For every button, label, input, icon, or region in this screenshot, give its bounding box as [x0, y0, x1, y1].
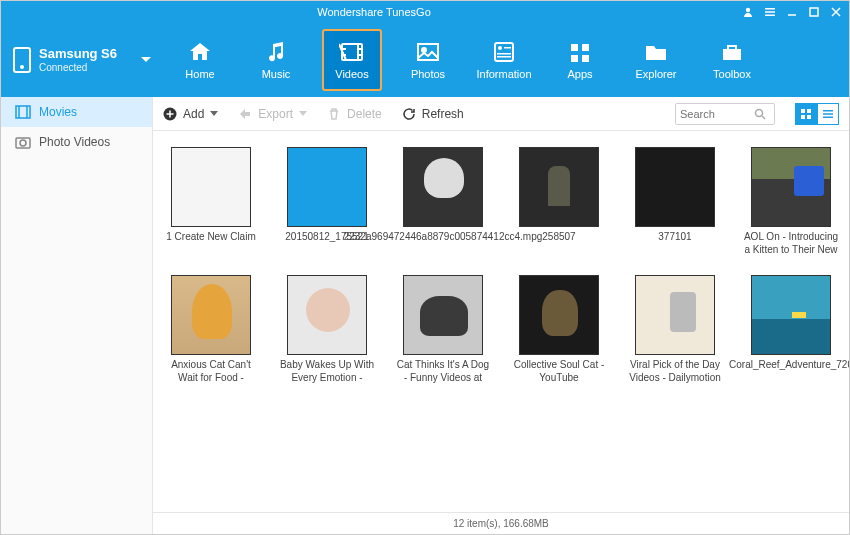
sidebar-item-label: Photo Videos — [39, 135, 110, 149]
svg-rect-19 — [504, 47, 511, 49]
search-input[interactable] — [680, 108, 750, 120]
search-box[interactable] — [675, 103, 775, 125]
tab-label: Explorer — [636, 68, 677, 80]
sidebar-item-photo-videos[interactable]: Photo Videos — [1, 127, 152, 157]
tab-toolbox[interactable]: Toolbox — [703, 30, 761, 90]
svg-rect-37 — [801, 115, 805, 119]
svg-rect-20 — [497, 53, 511, 55]
svg-rect-17 — [495, 43, 513, 61]
phone-icon — [13, 47, 31, 73]
video-item[interactable]: Anxious Cat Can't Wait for Food - Jokero… — [163, 275, 259, 385]
video-thumbnail — [287, 275, 367, 355]
video-grid: 1 Create New Claim 20150812_175521 2232a… — [153, 131, 849, 512]
photos-icon — [415, 40, 441, 64]
svg-rect-40 — [823, 113, 833, 115]
chevron-down-icon — [210, 111, 218, 117]
video-thumbnail — [519, 275, 599, 355]
svg-line-34 — [762, 116, 765, 119]
tab-label: Apps — [567, 68, 592, 80]
delete-button[interactable]: Delete — [327, 107, 382, 121]
tab-label: Home — [185, 68, 214, 80]
explorer-icon — [643, 40, 669, 64]
tab-information[interactable]: Information — [475, 30, 533, 90]
home-icon — [187, 40, 213, 64]
add-button[interactable]: Add — [163, 107, 218, 121]
video-thumbnail — [635, 275, 715, 355]
content: Add Export Delete Refresh — [153, 97, 849, 534]
trash-icon — [327, 107, 341, 121]
status-bar: 12 item(s), 166.68MB — [153, 512, 849, 534]
video-thumbnail — [171, 147, 251, 227]
user-icon[interactable] — [741, 5, 755, 19]
svg-point-31 — [20, 140, 26, 146]
svg-rect-39 — [823, 110, 833, 112]
tab-photos[interactable]: Photos — [399, 30, 457, 90]
svg-rect-21 — [497, 56, 511, 58]
minimize-icon[interactable] — [785, 5, 799, 19]
svg-rect-23 — [582, 44, 589, 51]
view-toggle — [795, 103, 839, 125]
video-thumbnail — [287, 147, 367, 227]
svg-rect-5 — [810, 8, 818, 16]
camera-icon — [15, 135, 31, 149]
search-icon — [754, 108, 766, 120]
nav-tabs: Home Music Videos Photos Information App… — [171, 30, 761, 90]
video-item[interactable]: Coral_Reef_Adventure_720 — [743, 275, 839, 385]
export-button[interactable]: Export — [238, 107, 307, 121]
video-item[interactable]: 1 Create New Claim — [163, 147, 259, 257]
tab-label: Music — [262, 68, 291, 80]
close-icon[interactable] — [829, 5, 843, 19]
tab-music[interactable]: Music — [247, 30, 305, 90]
list-view-button[interactable] — [817, 103, 839, 125]
window-controls — [741, 5, 843, 19]
video-item[interactable]: Viral Pick of the Day Videos - Dailymoti… — [627, 275, 723, 385]
video-item[interactable]: 258507 — [511, 147, 607, 257]
tab-apps[interactable]: Apps — [551, 30, 609, 90]
information-icon — [491, 40, 517, 64]
video-thumbnail — [519, 147, 599, 227]
svg-rect-15 — [418, 44, 438, 60]
video-label: Anxious Cat Can't Wait for Food - Jokero… — [163, 359, 259, 385]
tab-label: Toolbox — [713, 68, 751, 80]
svg-rect-2 — [765, 11, 775, 13]
tab-home[interactable]: Home — [171, 30, 229, 90]
tab-videos[interactable]: Videos — [323, 30, 381, 90]
video-item[interactable]: 377101 — [627, 147, 723, 257]
video-item[interactable]: Cat Thinks It's A Dog - Funny Videos at … — [395, 275, 491, 385]
device-name: Samsung S6 — [39, 46, 117, 62]
svg-rect-36 — [807, 109, 811, 113]
svg-rect-35 — [801, 109, 805, 113]
refresh-icon — [402, 107, 416, 121]
video-item[interactable]: Collective Soul Cat - YouTube — [511, 275, 607, 385]
maximize-icon[interactable] — [807, 5, 821, 19]
svg-rect-41 — [823, 116, 833, 118]
tab-explorer[interactable]: Explorer — [627, 30, 685, 90]
menu-icon[interactable] — [763, 5, 777, 19]
video-label: Cat Thinks It's A Dog - Funny Videos at … — [395, 359, 491, 385]
grid-view-button[interactable] — [795, 103, 817, 125]
tab-label: Information — [476, 68, 531, 80]
svg-rect-38 — [807, 115, 811, 119]
video-label: 377101 — [658, 231, 691, 244]
tab-label: Photos — [411, 68, 445, 80]
video-item[interactable]: Baby Wakes Up With Every Emotion - Fun..… — [279, 275, 375, 385]
app-title: Wondershare TunesGo — [7, 6, 741, 18]
video-label: Viral Pick of the Day Videos - Dailymoti… — [627, 359, 723, 384]
video-label: Baby Wakes Up With Every Emotion - Fun..… — [279, 359, 375, 385]
video-thumbnail — [751, 147, 831, 227]
video-item[interactable]: AOL On - Introducing a Kitten to Their N… — [743, 147, 839, 257]
svg-point-0 — [746, 8, 750, 12]
svg-rect-24 — [571, 55, 578, 62]
export-icon — [238, 107, 252, 121]
app-window: Wondershare TunesGo Samsung S6 Connected… — [0, 0, 850, 535]
svg-rect-27 — [16, 106, 30, 118]
refresh-button[interactable]: Refresh — [402, 107, 464, 121]
plus-icon — [163, 107, 177, 121]
sidebar: Movies Photo Videos — [1, 97, 153, 534]
sidebar-item-movies[interactable]: Movies — [1, 97, 152, 127]
device-selector[interactable]: Samsung S6 Connected — [1, 46, 161, 74]
video-label: AOL On - Introducing a Kitten to Their N… — [743, 231, 839, 257]
video-thumbnail — [403, 275, 483, 355]
apps-icon — [567, 40, 593, 64]
video-item[interactable]: 2232a969472446a8879c005874412cc4.mpg — [395, 147, 491, 257]
